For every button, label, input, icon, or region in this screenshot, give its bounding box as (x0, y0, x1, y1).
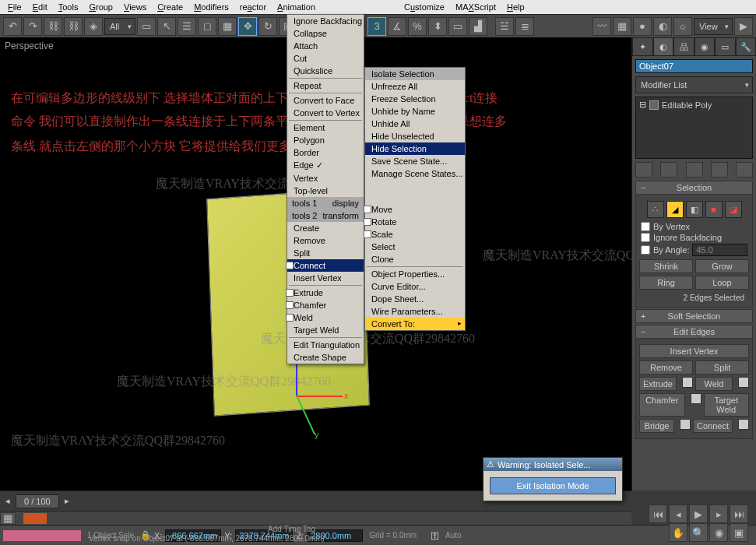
pan-icon[interactable]: ✋ (669, 523, 687, 542)
subobj-polygon[interactable]: ■ (705, 201, 723, 218)
ring-button[interactable]: Ring (639, 276, 693, 290)
ctx-move[interactable]: Move (365, 203, 465, 216)
ctx-unhide-all[interactable]: Unhide All (365, 118, 465, 130)
snap-toggle[interactable]: 3 (367, 17, 386, 36)
select-arrow[interactable]: ↖ (157, 17, 176, 36)
ctx-repeat[interactable]: Repeat (287, 79, 364, 92)
ctx-create-shape[interactable]: Create Shape (287, 351, 364, 364)
angle-snap[interactable]: ∡ (388, 17, 406, 36)
undo-button[interactable]: ↶ (3, 17, 22, 36)
zoom-icon[interactable]: 🔍 (689, 523, 708, 542)
ctx-convert-face[interactable]: Convert to Face (287, 94, 364, 107)
orbit-icon[interactable]: ◉ (709, 523, 728, 542)
ctx-unfreeze-all[interactable]: Unfreeze All (365, 80, 465, 93)
ctx-convert-vertex[interactable]: Convert to Vertex (287, 107, 364, 119)
align-button[interactable]: ☱ (495, 17, 514, 36)
by-angle-check[interactable] (641, 245, 650, 255)
ctx-select[interactable]: Select (365, 241, 465, 253)
connect-settings-icon[interactable] (286, 262, 294, 269)
select-region[interactable]: ◻ (198, 17, 216, 36)
add-time-tag[interactable]: Add Time Tag (265, 524, 318, 534)
split-button[interactable]: Split (695, 360, 749, 374)
ctx-border[interactable]: Border (287, 146, 364, 159)
target-weld-button[interactable]: Target Weld (704, 393, 750, 417)
extrude-settings-icon[interactable] (682, 377, 693, 388)
ctx-hide-unsel[interactable]: Hide Unselected (365, 130, 465, 142)
remove-mod-icon[interactable] (711, 162, 728, 178)
chamfer-button[interactable]: Chamfer (639, 393, 685, 417)
settings-icon[interactable] (364, 206, 371, 213)
tab-utilities[interactable]: 🔧 (736, 37, 757, 56)
ctx-extrude[interactable]: Extrude (287, 287, 364, 299)
time-track[interactable]: ▦ (0, 511, 631, 525)
next-key-icon[interactable]: ▸ (709, 505, 728, 523)
bridge-settings-icon[interactable] (680, 419, 691, 430)
percent-snap[interactable]: % (408, 17, 427, 36)
rotate-button[interactable]: ↻ (258, 17, 277, 36)
ctx-collapse[interactable]: Collapse (287, 27, 364, 40)
stack-editable-poly[interactable]: ⊟Editable Poly (638, 99, 751, 111)
window-crossing[interactable]: ▦ (218, 17, 237, 36)
key-icon[interactable]: ⚿ (431, 531, 439, 540)
ctx-polygon[interactable]: Polygon (287, 134, 364, 146)
ctx-scale[interactable]: Scale (365, 228, 465, 241)
prev-key-icon[interactable]: ◂ (669, 505, 687, 523)
view-select[interactable]: View (694, 18, 733, 35)
ctx-weld[interactable]: Weld (287, 311, 364, 324)
ctx-dope-sheet[interactable]: Dope Sheet... (365, 293, 465, 305)
menu-maxscript[interactable]: MAXScript (451, 2, 501, 12)
menu-animation[interactable]: Animation (273, 2, 320, 12)
extrude-button[interactable]: Extrude (639, 377, 677, 391)
loop-button[interactable]: Loop (695, 276, 749, 290)
render-prod-icon[interactable]: ▶ (734, 17, 753, 36)
show-end-icon[interactable] (660, 162, 677, 178)
connect-button[interactable]: Connect (693, 419, 733, 433)
insert-vertex-button[interactable]: Insert Vertex (639, 344, 749, 358)
modifier-list-select[interactable]: Modifier List (635, 76, 753, 93)
gizmo-x-axis[interactable] (296, 396, 343, 397)
rollout-selection[interactable]: Selection (635, 181, 753, 195)
menu-help[interactable]: Help (502, 2, 529, 12)
select-name-button[interactable]: ☰ (178, 17, 196, 36)
maximize-icon[interactable]: ▣ (730, 523, 748, 542)
ignore-backfacing-check[interactable]: Ignore Backfacing (639, 232, 749, 243)
configure-icon[interactable] (736, 162, 753, 178)
curve-editor-icon[interactable]: 〰 (592, 17, 611, 36)
material-editor-icon[interactable]: ● (633, 17, 652, 36)
ctx-freeze-sel[interactable]: Freeze Selection (365, 93, 465, 105)
named-sel[interactable]: ▭ (448, 17, 467, 36)
menu-modifiers[interactable]: Modifiers (189, 2, 234, 12)
filter-select[interactable]: All (104, 18, 135, 35)
subobj-element[interactable]: ◪ (725, 201, 742, 218)
goto-start-icon[interactable]: ⏮ (649, 505, 667, 523)
connect-settings-icon[interactable] (738, 419, 749, 430)
ctx-wire-params[interactable]: Wire Parameters... (365, 305, 465, 318)
frame-indicator[interactable]: 0 / 100 (16, 494, 59, 508)
grow-button[interactable]: Grow (695, 259, 749, 273)
menu-file[interactable]: File (3, 2, 26, 12)
render-setup-icon[interactable]: ◐ (653, 17, 672, 36)
angle-spinner[interactable]: 45.0 (692, 244, 747, 256)
render-icon[interactable]: ☼ (673, 17, 692, 36)
menu-customize[interactable]: Customize (399, 2, 449, 12)
ctx-attach[interactable]: Attach (287, 40, 364, 52)
ctx-top-level[interactable]: Top-level (287, 185, 364, 197)
ctx-insert-vertex[interactable]: Insert Vertex (287, 272, 364, 284)
link-button[interactable]: ⛓ (44, 17, 62, 36)
rollout-soft-selection[interactable]: Soft Selection (635, 309, 753, 323)
remove-button[interactable]: Remove (639, 360, 693, 374)
menu-reactor[interactable]: reactor (235, 2, 271, 12)
menu-group[interactable]: Group (84, 2, 118, 12)
tab-display[interactable]: ▭ (715, 37, 736, 56)
ctx-rotate[interactable]: Rotate (365, 216, 465, 228)
tab-create[interactable]: ✦ (632, 37, 653, 56)
settings-icon[interactable] (286, 301, 294, 309)
next-frame-icon[interactable]: ▸ (59, 496, 75, 506)
menu-views[interactable]: Views (119, 2, 151, 12)
subobj-vertex[interactable]: ∴ (647, 201, 664, 218)
chamfer-settings-icon[interactable] (691, 393, 701, 404)
weld-settings-icon[interactable] (738, 377, 749, 388)
dialog-titlebar[interactable]: ⚠Warning: Isolated Sele... (483, 458, 622, 471)
settings-icon[interactable] (364, 218, 371, 226)
ctx-edge[interactable]: Edge ✓ (287, 159, 364, 172)
